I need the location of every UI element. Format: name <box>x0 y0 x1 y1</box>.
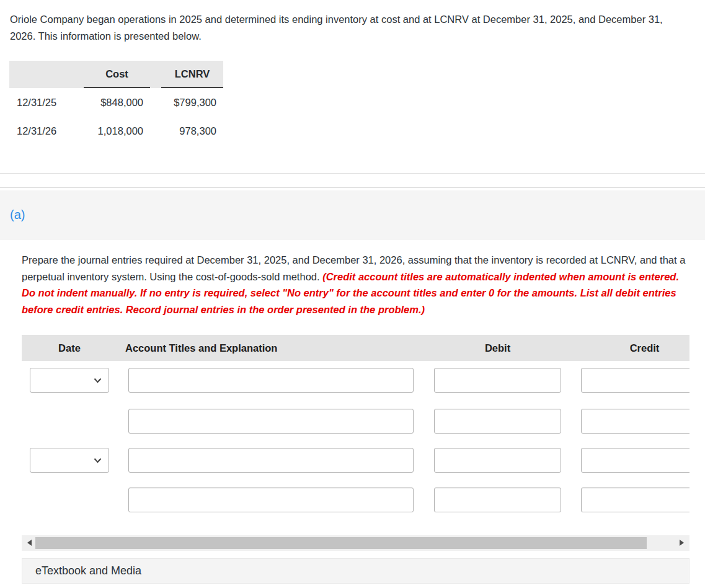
credit-input[interactable] <box>581 448 689 473</box>
row-date: 12/31/25 <box>9 88 73 117</box>
debit-header: Debit <box>434 335 561 361</box>
horizontal-scrollbar[interactable] <box>22 535 689 551</box>
lcnrv-column-header: LCNRV <box>161 61 223 88</box>
etextbook-and-media-label: eTextbook and Media <box>35 564 141 577</box>
instructions-paragraph: Prepare the journal entries required at … <box>22 252 691 318</box>
scroll-right-arrow-icon[interactable] <box>680 540 684 546</box>
date-header: Date <box>30 335 109 361</box>
table-row: 12/31/26 1,018,000 978,300 <box>9 117 223 145</box>
date-column-header <box>9 61 73 88</box>
row-lcnrv-value: $799,300 <box>161 88 223 117</box>
account-titles-input[interactable] <box>128 488 414 512</box>
table-header-gap <box>150 61 161 88</box>
credit-input[interactable] <box>581 368 689 393</box>
table-row: 12/31/25 $848,000 $799,300 <box>9 88 223 117</box>
assignment-page: Oriole Company began operations in 2025 … <box>0 0 705 588</box>
etextbook-and-media-section[interactable]: eTextbook and Media <box>22 558 689 584</box>
row-lcnrv-value: 978,300 <box>161 117 223 145</box>
section-divider <box>0 173 705 174</box>
account-titles-input[interactable] <box>128 368 414 393</box>
part-a-header-band: (a) <box>0 190 705 239</box>
table-header-gap <box>73 61 84 88</box>
debit-input[interactable] <box>434 409 561 434</box>
scrollbar-thumb[interactable] <box>35 537 647 549</box>
credit-input[interactable] <box>581 488 689 512</box>
journal-row <box>22 488 689 512</box>
debit-input[interactable] <box>434 368 561 393</box>
problem-statement: Oriole Company began operations in 2025 … <box>10 11 687 45</box>
account-titles-input[interactable] <box>128 448 414 473</box>
cost-column-header: Cost <box>84 61 150 88</box>
journal-table-body <box>22 366 689 516</box>
account-titles-input[interactable] <box>128 409 414 434</box>
debit-input[interactable] <box>434 448 561 473</box>
section-divider <box>0 187 705 188</box>
row-cost-value: $848,000 <box>84 88 150 117</box>
credit-input[interactable] <box>581 409 689 434</box>
date-select[interactable] <box>30 368 109 393</box>
inventory-table: Cost LCNRV 12/31/25 $848,000 $799,300 12… <box>9 61 223 145</box>
journal-row <box>22 409 689 434</box>
journal-row <box>22 448 689 473</box>
row-date: 12/31/26 <box>9 117 73 145</box>
row-cost-value: 1,018,000 <box>84 117 150 145</box>
journal-row <box>22 368 689 393</box>
journal-table-header: Date Account Titles and Explanation Debi… <box>22 335 689 361</box>
account-header: Account Titles and Explanation <box>125 335 410 361</box>
date-select[interactable] <box>30 448 109 473</box>
part-a-label: (a) <box>10 208 25 222</box>
scroll-left-arrow-icon[interactable] <box>27 540 32 546</box>
debit-input[interactable] <box>434 488 561 512</box>
credit-header: Credit <box>581 335 705 361</box>
